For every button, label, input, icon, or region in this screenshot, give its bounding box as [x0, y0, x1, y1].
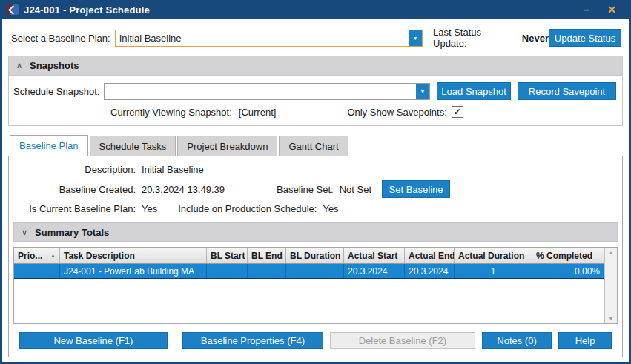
chevron-down-icon[interactable]: ▼ — [416, 84, 429, 99]
column-header-pct-completed[interactable]: % Completed — [532, 248, 604, 263]
set-baseline-button[interactable]: Set Baseline — [382, 180, 450, 198]
tab-schedule-tasks[interactable]: Schedule Tasks — [90, 136, 176, 156]
scroll-down-icon[interactable]: ▼ — [609, 316, 614, 321]
titlebar: J24-001 - Project Schedule – ✕ — [2, 0, 629, 19]
last-status-update-value: Never — [522, 33, 549, 44]
delete-baseline-button[interactable]: Delete Baseline (F2) — [330, 332, 475, 349]
update-status-button[interactable]: Update Status — [549, 29, 621, 47]
table-row[interactable]: J24-001 - PowerFab Building MA 20.3.2024… — [14, 264, 604, 279]
cell-task-description: J24-001 - PowerFab Building MA — [60, 264, 207, 278]
summary-totals-title: Summary Totals — [35, 227, 109, 238]
include-production-label: Include on Production Schedule: — [178, 203, 317, 214]
help-button[interactable]: Help — [558, 332, 612, 349]
column-header-priority[interactable]: Prio... ▲ — [14, 248, 60, 263]
cell-bl-duration — [286, 264, 344, 278]
check-icon: ✓ — [454, 107, 461, 117]
close-button[interactable]: ✕ — [599, 1, 624, 18]
schedule-snapshot-row: Schedule Snapshot: ▼ Load Snapshot Recor… — [9, 76, 622, 100]
schedule-snapshot-label: Schedule Snapshot: — [13, 86, 99, 97]
baseline-plan-panel: Description: Initial Baseline Baseline C… — [8, 156, 623, 357]
table-empty-area — [14, 279, 604, 323]
baseline-set-label: Baseline Set: — [277, 184, 334, 195]
tab-bar: Baseline Plan Schedule Tasks Project Bre… — [8, 135, 623, 156]
cell-actual-end: 20.3.2024 — [405, 264, 455, 278]
column-header-actual-end[interactable]: Actual End — [405, 248, 455, 263]
column-header-task-description[interactable]: Task Description — [60, 248, 207, 263]
record-savepoint-button[interactable]: Record Savepoint — [518, 82, 616, 100]
snapshots-group: ∧ Snapshots Schedule Snapshot: ▼ Load Sn… — [8, 56, 623, 126]
column-header-bl-end[interactable]: BL End — [248, 248, 286, 263]
cell-pct-completed: 0,00% — [532, 264, 604, 278]
baseline-created-row: Baseline Created: 20.3.2024 13.49.39 Bas… — [13, 180, 618, 198]
column-header-actual-start[interactable]: Actual Start — [344, 248, 405, 263]
cell-actual-start: 20.3.2024 — [344, 264, 405, 278]
schedule-snapshot-value — [105, 84, 416, 99]
window-body: Select a Baseline Plan: Initial Baseline… — [2, 19, 629, 362]
footer-button-row: New Baseline (F1) Baseline Properties (F… — [13, 326, 618, 351]
collapse-down-icon[interactable]: ∨ — [22, 228, 27, 237]
tab-gantt-chart[interactable]: Gantt Chart — [279, 136, 348, 156]
column-header-bl-start[interactable]: BL Start — [207, 248, 248, 263]
summary-totals-header[interactable]: ∨ Summary Totals — [13, 222, 618, 242]
cell-priority — [14, 264, 60, 278]
currently-viewing-label: Currently Viewing Snapshot: — [110, 107, 232, 118]
include-production-value: Yes — [323, 203, 338, 214]
baseline-set-value: Not Set — [340, 184, 371, 195]
app-icon — [7, 4, 19, 15]
current-baseline-row: Is Current Baseline Plan: Yes Include on… — [13, 203, 618, 214]
description-value: Initial Baseline — [142, 164, 204, 175]
snapshots-header[interactable]: ∧ Snapshots — [9, 56, 622, 76]
collapse-up-icon[interactable]: ∧ — [16, 61, 22, 70]
load-snapshot-button[interactable]: Load Snapshot — [437, 82, 511, 100]
baseline-plan-value: Initial Baseline — [116, 30, 409, 46]
description-label: Description: — [13, 164, 136, 175]
cell-actual-duration: 1 — [455, 264, 532, 278]
scroll-up-icon[interactable]: ▲ — [609, 250, 614, 255]
currently-viewing-value: [Current] — [239, 107, 277, 118]
viewing-snapshot-row: Currently Viewing Snapshot: [Current] On… — [9, 100, 622, 125]
baseline-created-value: 20.3.2024 13.49.39 — [142, 184, 225, 195]
sort-icon: ▲ — [50, 253, 56, 258]
baseline-plan-label: Select a Baseline Plan: — [11, 33, 110, 44]
cell-bl-start — [207, 264, 248, 278]
notes-button[interactable]: Notes (0) — [482, 332, 552, 349]
column-header-priority-label: Prio... — [18, 251, 42, 261]
tab-project-breakdown[interactable]: Project Breakdown — [177, 136, 277, 156]
new-baseline-button[interactable]: New Baseline (F1) — [19, 332, 168, 349]
window-title: J24-001 - Project Schedule — [24, 4, 150, 16]
schedule-snapshot-combobox[interactable]: ▼ — [104, 83, 430, 100]
baseline-plan-combobox[interactable]: Initial Baseline ▼ — [115, 30, 423, 47]
column-header-bl-duration[interactable]: BL Duration — [286, 248, 344, 263]
vertical-scrollbar[interactable]: ▲ ▼ — [604, 248, 617, 323]
is-current-baseline-label: Is Current Baseline Plan: — [13, 203, 136, 214]
cell-bl-end — [248, 264, 286, 278]
project-schedule-window: J24-001 - Project Schedule – ✕ Select a … — [0, 0, 631, 364]
summary-table-grid: Prio... ▲ Task Description BL Start BL E… — [14, 248, 604, 323]
summary-table-header-row: Prio... ▲ Task Description BL Start BL E… — [14, 248, 604, 264]
tab-baseline-plan[interactable]: Baseline Plan — [10, 135, 88, 156]
baseline-created-label: Baseline Created: — [13, 184, 136, 195]
only-show-savepoints-checkbox[interactable]: ✓ — [452, 106, 463, 118]
minimize-button[interactable]: – — [574, 1, 599, 18]
baseline-plan-row: Select a Baseline Plan: Initial Baseline… — [11, 27, 621, 49]
column-header-actual-duration[interactable]: Actual Duration — [455, 248, 532, 263]
is-current-baseline-value: Yes — [142, 203, 157, 214]
snapshots-title: Snapshots — [30, 60, 79, 71]
only-show-savepoints-label: Only Show Savepoints: — [347, 107, 446, 118]
description-row: Description: Initial Baseline — [13, 164, 618, 175]
last-status-update-label: Last Status Update: — [433, 27, 516, 49]
chevron-down-icon[interactable]: ▼ — [409, 30, 422, 46]
summary-table: Prio... ▲ Task Description BL Start BL E… — [13, 247, 618, 324]
baseline-properties-button[interactable]: Baseline Properties (F4) — [182, 332, 323, 349]
